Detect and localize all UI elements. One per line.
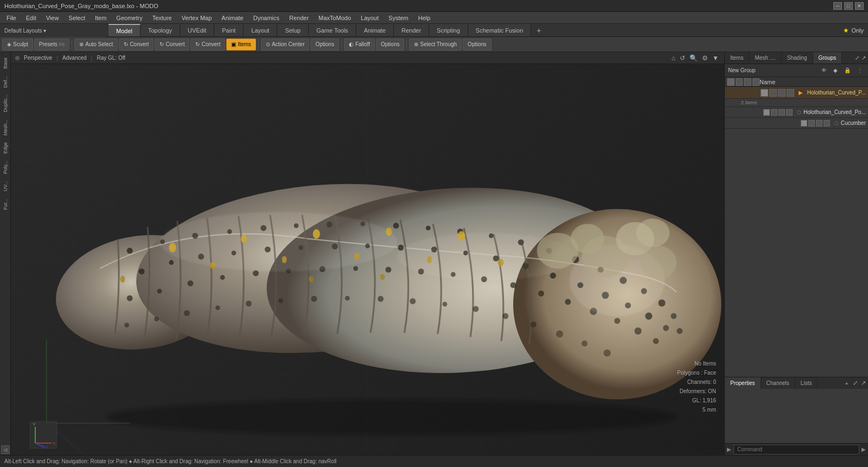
tab-gametools[interactable]: Game Tools — [309, 24, 356, 36]
right-tab-items[interactable]: Items — [725, 52, 749, 64]
right-tab-mesh[interactable]: Mesh .... — [749, 52, 781, 64]
rp-lock-icon[interactable]: 🔒 — [842, 66, 853, 74]
command-input[interactable] — [733, 445, 859, 455]
viewport-home-icon[interactable]: ⌂ — [671, 54, 676, 62]
convert-button-2[interactable]: ↻ Convert — [155, 39, 189, 51]
options-button-2[interactable]: Options — [376, 39, 404, 51]
options-button-1[interactable]: Options — [310, 39, 339, 51]
presets-button[interactable]: Presets F6 — [34, 39, 69, 51]
right-tab-groups[interactable]: Groups — [813, 52, 843, 64]
right-tab-shading[interactable]: Shading — [782, 52, 813, 64]
item1-x-btn[interactable] — [786, 109, 793, 116]
item1-render-btn[interactable] — [771, 109, 777, 116]
right-panel-popout-icon[interactable]: ↗ — [861, 55, 866, 61]
br-tab-popout-icon[interactable]: ↗ — [861, 380, 866, 387]
group-render-btn[interactable] — [769, 89, 777, 97]
item2-lock-btn[interactable] — [816, 120, 822, 127]
close-button[interactable]: ✕ — [855, 2, 864, 10]
rp-more-icon[interactable]: ⋮ — [855, 66, 865, 74]
viewport[interactable]: Perspective | Advanced | Ray GL: Off ⌂ ↺… — [11, 52, 724, 455]
menu-maxtomodo[interactable]: MaxToModo — [314, 14, 355, 22]
sidebar-tab-base[interactable]: Base — [2, 54, 9, 72]
item2-x-btn[interactable] — [824, 120, 830, 127]
menu-system[interactable]: System — [384, 14, 413, 22]
tab-schematic[interactable]: Schematic Fusion — [468, 24, 531, 36]
convert-button-3[interactable]: ↻ Convert — [190, 39, 225, 51]
viewport-shading-label[interactable]: Advanced — [62, 55, 86, 61]
menu-texture[interactable]: Texture — [148, 14, 176, 22]
viewport-info-overlay: No Items Polygons : Face Channels: 0 Def… — [677, 359, 716, 414]
item2-eye-btn[interactable] — [801, 120, 807, 127]
sidebar-tab-mesh[interactable]: Mesh... — [2, 116, 9, 139]
scene-group-holothurian[interactable]: ▶ Holothurian_Curved_P... — [725, 87, 868, 99]
sidebar-tab-fur[interactable]: Fur... — [2, 195, 9, 213]
menu-dynamics[interactable]: Dynamics — [249, 14, 284, 22]
falloff-button[interactable]: ◐ Falloff — [344, 39, 375, 51]
br-tab-expand-icon[interactable]: ⤢ — [853, 380, 858, 387]
toolbar-sep-1 — [72, 39, 72, 50]
menu-render[interactable]: Render — [285, 14, 313, 22]
menu-item[interactable]: Item — [91, 14, 111, 22]
menu-edit[interactable]: Edit — [22, 14, 41, 22]
scene-item-holothurian[interactable]: ⬡ Holothurian_Curved_Po... — [725, 107, 868, 118]
tab-render[interactable]: Render — [394, 24, 429, 36]
menu-help[interactable]: Help — [414, 14, 435, 22]
rp-render-icon[interactable]: ◆ — [831, 66, 840, 74]
item1-lock-btn[interactable] — [778, 109, 785, 116]
svg-point-25 — [658, 299, 665, 306]
viewport-settings-icon[interactable]: ⚙ — [701, 54, 709, 62]
sidebar-tab-def[interactable]: Def... — [2, 73, 9, 91]
viewport-perspective-label[interactable]: Perspective — [24, 55, 52, 61]
br-tab-channels[interactable]: Channels — [761, 377, 795, 389]
menu-select[interactable]: Select — [64, 14, 90, 22]
menu-vertexmap[interactable]: Vertex Map — [177, 14, 216, 22]
menu-geometry[interactable]: Geometry — [112, 14, 146, 22]
minimize-button[interactable]: ─ — [833, 2, 842, 10]
tab-layout[interactable]: Layout — [244, 24, 277, 36]
selectthrough-button[interactable]: ⊗ Select Through — [409, 39, 462, 51]
rp-vis-eye-icon[interactable]: 👁 — [819, 66, 829, 74]
action-center-button[interactable]: ⊙ Action Center — [261, 39, 310, 51]
menu-view[interactable]: View — [42, 14, 63, 22]
viewport-more-icon[interactable]: ▼ — [711, 54, 720, 62]
tab-scripting[interactable]: Scripting — [429, 24, 468, 36]
menu-animate[interactable]: Animate — [217, 14, 247, 22]
sidebar-tab-duplic[interactable]: Duplic... — [2, 91, 9, 116]
br-tab-properties[interactable]: Properties — [725, 377, 761, 389]
viewport-refresh-icon[interactable]: ↺ — [679, 54, 686, 62]
tab-paint[interactable]: Paint — [214, 24, 244, 36]
group-eye-btn[interactable] — [761, 89, 768, 97]
column-headers: Name — [725, 77, 868, 87]
menu-file[interactable]: File — [2, 14, 21, 22]
sidebar-tab-uv[interactable]: UV... — [2, 178, 9, 194]
br-tab-add-icon[interactable]: + — [845, 380, 848, 387]
viewport-search-icon[interactable]: 🔍 — [688, 54, 699, 62]
tab-setup[interactable]: Setup — [277, 24, 309, 36]
menu-layout[interactable]: Layout — [356, 14, 383, 22]
group-x-btn[interactable] — [787, 89, 794, 97]
layout-selector[interactable]: Default Layouts ▾ — [4, 28, 46, 34]
group-lock-btn[interactable] — [778, 89, 786, 97]
viewport-raygl-label[interactable]: Ray GL: Off — [97, 55, 125, 61]
tab-uvedit[interactable]: UVEdit — [180, 24, 214, 36]
scene-item-cucumber[interactable]: ⬡ Cucumber — [725, 118, 868, 129]
br-tab-lists[interactable]: Lists — [795, 377, 818, 389]
convert-button-1[interactable]: ↻ Convert — [119, 39, 154, 51]
maximize-button[interactable]: □ — [844, 2, 853, 10]
tab-add-button[interactable]: + — [531, 24, 546, 36]
viewport-dot[interactable] — [15, 56, 20, 60]
tab-animate[interactable]: Animate — [356, 24, 394, 36]
sidebar-expand-button[interactable]: ◁ — [1, 445, 10, 454]
item2-render-btn[interactable] — [808, 120, 815, 127]
command-more-icon[interactable]: ▶ — [861, 446, 866, 452]
tab-model[interactable]: Model — [108, 24, 141, 36]
right-panel-expand-icon[interactable]: ⤢ — [855, 55, 859, 61]
items-button[interactable]: ▣ Items — [226, 39, 256, 51]
item1-eye-btn[interactable] — [763, 109, 770, 116]
sculpt-button[interactable]: ◈ Sculpt — [2, 39, 33, 51]
options-button-3[interactable]: Options — [463, 39, 491, 51]
tab-topology[interactable]: Topology — [141, 24, 180, 36]
sidebar-tab-poly[interactable]: Poly... — [2, 157, 9, 177]
sidebar-tab-edge[interactable]: Edge — [2, 139, 9, 157]
autoselect-button[interactable]: ⊕ Auto Select — [74, 39, 118, 51]
